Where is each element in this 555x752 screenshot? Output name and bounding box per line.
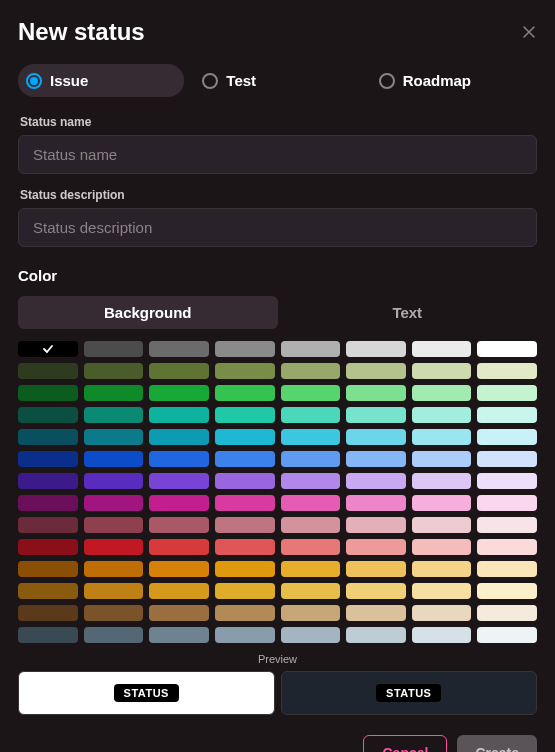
color-swatch[interactable] bbox=[215, 517, 275, 533]
color-swatch[interactable] bbox=[477, 627, 537, 643]
color-swatch[interactable] bbox=[281, 473, 341, 489]
color-swatch[interactable] bbox=[84, 429, 144, 445]
color-swatch[interactable] bbox=[477, 605, 537, 621]
color-swatch[interactable] bbox=[281, 539, 341, 555]
color-swatch[interactable] bbox=[346, 429, 406, 445]
type-option-roadmap[interactable]: Roadmap bbox=[371, 64, 537, 97]
color-swatch[interactable] bbox=[149, 539, 209, 555]
color-swatch[interactable] bbox=[149, 495, 209, 511]
color-swatch[interactable] bbox=[477, 451, 537, 467]
color-swatch[interactable] bbox=[215, 583, 275, 599]
color-swatch[interactable] bbox=[84, 341, 144, 357]
color-swatch[interactable] bbox=[149, 385, 209, 401]
color-swatch[interactable] bbox=[84, 385, 144, 401]
color-swatch[interactable] bbox=[281, 341, 341, 357]
color-swatch[interactable] bbox=[84, 561, 144, 577]
color-swatch[interactable] bbox=[149, 429, 209, 445]
color-swatch[interactable] bbox=[215, 385, 275, 401]
close-icon[interactable] bbox=[521, 24, 537, 40]
color-swatch[interactable] bbox=[18, 605, 78, 621]
color-swatch[interactable] bbox=[149, 407, 209, 423]
color-swatch[interactable] bbox=[346, 539, 406, 555]
color-swatch[interactable] bbox=[412, 495, 472, 511]
color-swatch[interactable] bbox=[477, 429, 537, 445]
color-swatch[interactable] bbox=[18, 583, 78, 599]
color-swatch[interactable] bbox=[18, 517, 78, 533]
color-swatch[interactable] bbox=[281, 451, 341, 467]
color-swatch[interactable] bbox=[215, 539, 275, 555]
color-swatch[interactable] bbox=[346, 517, 406, 533]
color-swatch[interactable] bbox=[281, 407, 341, 423]
color-swatch[interactable] bbox=[412, 341, 472, 357]
color-swatch[interactable] bbox=[18, 363, 78, 379]
color-swatch[interactable] bbox=[477, 583, 537, 599]
color-swatch[interactable] bbox=[281, 429, 341, 445]
color-swatch[interactable] bbox=[281, 495, 341, 511]
status-name-input[interactable] bbox=[18, 135, 537, 174]
color-swatch[interactable] bbox=[346, 561, 406, 577]
color-swatch[interactable] bbox=[149, 605, 209, 621]
color-swatch[interactable] bbox=[346, 583, 406, 599]
color-swatch[interactable] bbox=[412, 451, 472, 467]
color-swatch[interactable] bbox=[346, 473, 406, 489]
color-swatch[interactable] bbox=[412, 583, 472, 599]
color-swatch[interactable] bbox=[84, 627, 144, 643]
color-swatch[interactable] bbox=[18, 473, 78, 489]
color-swatch[interactable] bbox=[84, 583, 144, 599]
color-swatch[interactable] bbox=[477, 517, 537, 533]
status-description-input[interactable] bbox=[18, 208, 537, 247]
color-swatch[interactable] bbox=[215, 627, 275, 643]
color-swatch[interactable] bbox=[84, 473, 144, 489]
color-swatch[interactable] bbox=[18, 561, 78, 577]
color-swatch[interactable] bbox=[84, 517, 144, 533]
color-swatch[interactable] bbox=[149, 583, 209, 599]
color-swatch[interactable] bbox=[346, 451, 406, 467]
color-swatch[interactable] bbox=[477, 495, 537, 511]
color-swatch[interactable] bbox=[18, 429, 78, 445]
color-swatch[interactable] bbox=[84, 363, 144, 379]
color-swatch[interactable] bbox=[346, 363, 406, 379]
color-swatch[interactable] bbox=[149, 627, 209, 643]
color-swatch[interactable] bbox=[84, 539, 144, 555]
color-swatch[interactable] bbox=[477, 561, 537, 577]
color-swatch[interactable] bbox=[412, 429, 472, 445]
color-swatch[interactable] bbox=[18, 407, 78, 423]
color-swatch[interactable] bbox=[84, 407, 144, 423]
color-swatch[interactable] bbox=[346, 605, 406, 621]
color-swatch[interactable] bbox=[412, 473, 472, 489]
color-swatch[interactable] bbox=[18, 627, 78, 643]
color-swatch[interactable] bbox=[215, 495, 275, 511]
color-swatch[interactable] bbox=[18, 495, 78, 511]
type-option-test[interactable]: Test bbox=[194, 64, 360, 97]
color-swatch[interactable] bbox=[412, 627, 472, 643]
color-swatch[interactable] bbox=[477, 539, 537, 555]
color-swatch[interactable] bbox=[18, 385, 78, 401]
type-option-issue[interactable]: Issue bbox=[18, 64, 184, 97]
color-swatch[interactable] bbox=[412, 407, 472, 423]
cancel-button[interactable]: Cancel bbox=[363, 735, 447, 752]
background-toggle[interactable]: Background bbox=[18, 296, 278, 329]
color-swatch[interactable] bbox=[346, 627, 406, 643]
color-swatch[interactable] bbox=[477, 385, 537, 401]
color-swatch[interactable] bbox=[412, 363, 472, 379]
color-swatch[interactable] bbox=[477, 341, 537, 357]
color-swatch[interactable] bbox=[84, 495, 144, 511]
color-swatch[interactable] bbox=[346, 407, 406, 423]
color-swatch[interactable] bbox=[477, 363, 537, 379]
color-swatch[interactable] bbox=[149, 363, 209, 379]
color-swatch[interactable] bbox=[281, 561, 341, 577]
color-swatch[interactable] bbox=[346, 341, 406, 357]
color-swatch[interactable] bbox=[281, 583, 341, 599]
color-swatch[interactable] bbox=[149, 341, 209, 357]
create-button[interactable]: Create bbox=[457, 735, 537, 752]
color-swatch[interactable] bbox=[281, 605, 341, 621]
color-swatch[interactable] bbox=[215, 407, 275, 423]
color-swatch[interactable] bbox=[281, 363, 341, 379]
color-swatch[interactable] bbox=[215, 605, 275, 621]
color-swatch[interactable] bbox=[412, 517, 472, 533]
color-swatch[interactable] bbox=[84, 451, 144, 467]
color-swatch[interactable] bbox=[18, 341, 78, 357]
color-swatch[interactable] bbox=[346, 495, 406, 511]
color-swatch[interactable] bbox=[281, 627, 341, 643]
color-swatch[interactable] bbox=[215, 429, 275, 445]
